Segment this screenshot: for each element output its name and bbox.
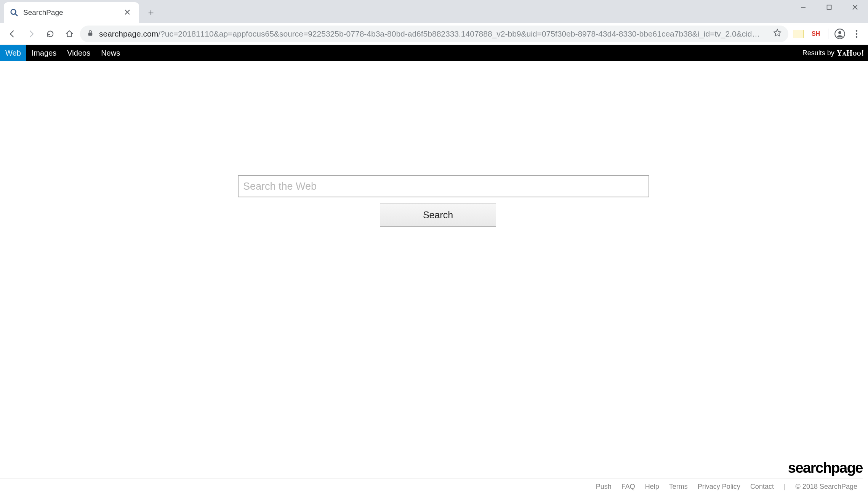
nav-images[interactable]: Images: [26, 45, 62, 61]
url-host: searchpage.com: [99, 29, 158, 38]
footer-link-contact[interactable]: Contact: [750, 483, 774, 491]
footer-link-push[interactable]: Push: [596, 483, 612, 491]
toolbar-divider: [828, 29, 828, 39]
lock-icon: [87, 29, 94, 38]
back-button[interactable]: [4, 26, 21, 42]
tab-title: SearchPage: [23, 8, 63, 17]
searchpage-logo: searchpage: [788, 460, 863, 476]
home-button[interactable]: [61, 26, 78, 42]
footer-link-help[interactable]: Help: [645, 483, 659, 491]
extension-icon-1[interactable]: [791, 26, 806, 42]
browser-tab-strip: SearchPage ✕ +: [0, 0, 868, 23]
maximize-button[interactable]: [816, 0, 842, 14]
svg-point-8: [838, 31, 841, 34]
nav-web[interactable]: Web: [0, 45, 26, 61]
nav-news[interactable]: News: [96, 45, 125, 61]
footer-link-terms[interactable]: Terms: [669, 483, 688, 491]
browser-toolbar: searchpage.com /?uc=20181110&ap=appfocus…: [0, 23, 868, 45]
main-content: Search searchpage Push FAQ Help Terms Pr…: [0, 61, 868, 493]
footer-separator: |: [784, 483, 786, 491]
search-button[interactable]: Search: [380, 203, 496, 227]
forward-button[interactable]: [23, 26, 40, 42]
profile-button[interactable]: [833, 27, 847, 41]
extension-icon-sh[interactable]: SH: [808, 26, 823, 42]
bookmark-star-icon[interactable]: [773, 29, 782, 39]
footer-link-privacy[interactable]: Privacy Policy: [698, 483, 740, 491]
magnifier-icon: [10, 8, 19, 17]
search-input[interactable]: [238, 175, 649, 197]
results-by-label: Results by YAHOO!: [802, 45, 868, 61]
footer-copyright: © 2018 SearchPage: [796, 483, 857, 491]
svg-rect-3: [827, 5, 831, 10]
kebab-menu-icon[interactable]: [849, 30, 864, 38]
address-bar[interactable]: searchpage.com /?uc=20181110&ap=appfocus…: [80, 26, 788, 42]
category-nav: Web Images Videos News Results by YAHOO!: [0, 45, 868, 61]
url-path: /?uc=20181110&ap=appfocus65&source=92253…: [158, 29, 760, 38]
footer-link-faq[interactable]: FAQ: [621, 483, 635, 491]
browser-tab[interactable]: SearchPage ✕: [4, 2, 139, 23]
window-controls: [790, 0, 868, 14]
svg-point-11: [856, 36, 858, 38]
minimize-button[interactable]: [790, 0, 816, 14]
svg-point-10: [856, 33, 858, 35]
yahoo-logo: YAHOO!: [837, 48, 864, 58]
svg-rect-6: [88, 32, 93, 35]
nav-videos[interactable]: Videos: [62, 45, 96, 61]
reload-button[interactable]: [42, 26, 59, 42]
close-window-button[interactable]: [842, 0, 868, 14]
close-icon[interactable]: ✕: [122, 7, 132, 18]
new-tab-button[interactable]: +: [143, 5, 159, 21]
footer-links: Push FAQ Help Terms Privacy Policy Conta…: [0, 479, 863, 491]
svg-line-1: [15, 14, 18, 16]
page-footer: searchpage Push FAQ Help Terms Privacy P…: [0, 460, 868, 493]
svg-point-9: [856, 30, 858, 32]
